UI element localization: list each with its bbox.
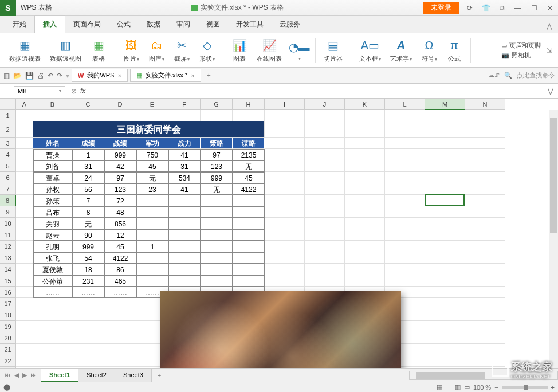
- cell[interactable]: [201, 252, 233, 264]
- menu-item-4[interactable]: 数据: [139, 16, 168, 33]
- menu-item-5[interactable]: 审阅: [168, 16, 198, 33]
- cell[interactable]: [265, 138, 305, 149]
- row-header[interactable]: 10: [0, 218, 16, 229]
- menu-item-1[interactable]: 插入: [34, 15, 65, 33]
- cloud-icon[interactable]: ☁⇵: [488, 72, 500, 79]
- cell[interactable]: [16, 110, 33, 121]
- menu-item-3[interactable]: 公式: [109, 16, 139, 33]
- cell[interactable]: [305, 195, 345, 206]
- textbox-button[interactable]: A▭文本框▾: [356, 37, 384, 63]
- vertical-scrollbar[interactable]: [549, 110, 558, 384]
- cell[interactable]: [201, 195, 233, 206]
- close-icon[interactable]: ✕: [542, 0, 558, 16]
- cell[interactable]: [465, 206, 505, 218]
- cell[interactable]: 41: [168, 183, 201, 195]
- menu-item-7[interactable]: 开发工具: [228, 16, 272, 33]
- cell[interactable]: [305, 206, 345, 218]
- cell[interactable]: 23: [136, 183, 168, 195]
- cell[interactable]: [465, 241, 505, 252]
- cell[interactable]: [425, 110, 465, 121]
- screenshot-button[interactable]: ✂截屏▾: [170, 37, 193, 63]
- col-header[interactable]: B: [33, 99, 72, 110]
- row-header[interactable]: 16: [0, 287, 16, 298]
- cell[interactable]: 18: [72, 264, 104, 275]
- cell[interactable]: [201, 275, 233, 287]
- cell[interactable]: 战绩: [104, 138, 136, 149]
- new-icon[interactable]: ▥: [3, 72, 10, 80]
- scrollbar-thumb[interactable]: [550, 118, 557, 233]
- cell[interactable]: [33, 110, 72, 121]
- cell[interactable]: [425, 121, 465, 138]
- cell[interactable]: [233, 110, 265, 121]
- cell[interactable]: 465: [104, 275, 136, 287]
- cell[interactable]: [136, 252, 168, 264]
- zoom-in-icon[interactable]: +: [551, 384, 555, 391]
- cell[interactable]: [233, 275, 265, 287]
- row-header[interactable]: 4: [0, 149, 16, 160]
- cell[interactable]: [425, 264, 465, 275]
- cell[interactable]: 1: [136, 241, 168, 252]
- cell[interactable]: [425, 138, 465, 149]
- slicer-button[interactable]: ▤切片器: [320, 37, 346, 63]
- cell[interactable]: [465, 160, 505, 172]
- menu-collapse-icon[interactable]: ⋀: [541, 20, 558, 33]
- print-icon[interactable]: 🖨: [37, 72, 44, 80]
- cell[interactable]: [265, 241, 305, 252]
- menu-item-6[interactable]: 视图: [198, 16, 228, 33]
- row-header[interactable]: 17: [0, 298, 16, 309]
- cell[interactable]: [16, 138, 33, 149]
- cell[interactable]: 张飞: [33, 252, 72, 264]
- cell[interactable]: 关羽: [33, 218, 72, 229]
- cell[interactable]: [33, 309, 72, 321]
- cell[interactable]: [425, 183, 465, 195]
- gallery-button[interactable]: 🗂图库▾: [145, 37, 168, 63]
- cell[interactable]: [168, 110, 201, 121]
- cell[interactable]: [168, 229, 201, 241]
- cell[interactable]: [385, 121, 425, 138]
- cell[interactable]: 策略: [201, 138, 233, 149]
- cell[interactable]: [425, 344, 465, 355]
- cell[interactable]: [305, 252, 345, 264]
- cell[interactable]: [136, 195, 168, 206]
- formula-input[interactable]: [89, 90, 543, 92]
- cell[interactable]: [136, 229, 168, 241]
- cell[interactable]: [345, 121, 385, 138]
- cell[interactable]: 56: [72, 183, 104, 195]
- cell[interactable]: [345, 149, 385, 160]
- cell[interactable]: [16, 172, 33, 183]
- cell[interactable]: 无: [72, 218, 104, 229]
- cell[interactable]: 赵云: [33, 229, 72, 241]
- cell[interactable]: 45: [233, 172, 265, 183]
- col-header[interactable]: F: [168, 99, 201, 110]
- header-footer-button[interactable]: ▭页眉和页脚: [501, 41, 541, 50]
- row-header[interactable]: 9: [0, 206, 16, 218]
- cell[interactable]: [265, 149, 305, 160]
- cell[interactable]: [345, 172, 385, 183]
- cell[interactable]: [16, 149, 33, 160]
- cell[interactable]: [305, 110, 345, 121]
- col-header[interactable]: C: [72, 99, 104, 110]
- cell[interactable]: [385, 229, 425, 241]
- cell[interactable]: [265, 110, 305, 121]
- cell[interactable]: [16, 229, 33, 241]
- cell[interactable]: 48: [104, 206, 136, 218]
- table-button[interactable]: ▦表格: [87, 37, 110, 63]
- cell[interactable]: [33, 332, 72, 344]
- cell[interactable]: 45: [136, 160, 168, 172]
- cell[interactable]: [465, 229, 505, 241]
- cell[interactable]: [305, 121, 345, 138]
- col-header[interactable]: K: [345, 99, 385, 110]
- cell[interactable]: 123: [201, 160, 233, 172]
- row-header[interactable]: 1: [0, 110, 16, 121]
- cell[interactable]: [16, 195, 33, 206]
- cell[interactable]: [385, 110, 425, 121]
- chart-types-button[interactable]: ◔▬▾: [288, 39, 311, 61]
- cell[interactable]: [425, 287, 465, 298]
- cell[interactable]: 姓名: [33, 138, 72, 149]
- cell[interactable]: 战力: [168, 138, 201, 149]
- online-chart-button[interactable]: 📈在线图表: [253, 37, 285, 63]
- cell[interactable]: 4122: [233, 183, 265, 195]
- cell[interactable]: 54: [72, 252, 104, 264]
- cell[interactable]: [201, 218, 233, 229]
- cell[interactable]: [233, 264, 265, 275]
